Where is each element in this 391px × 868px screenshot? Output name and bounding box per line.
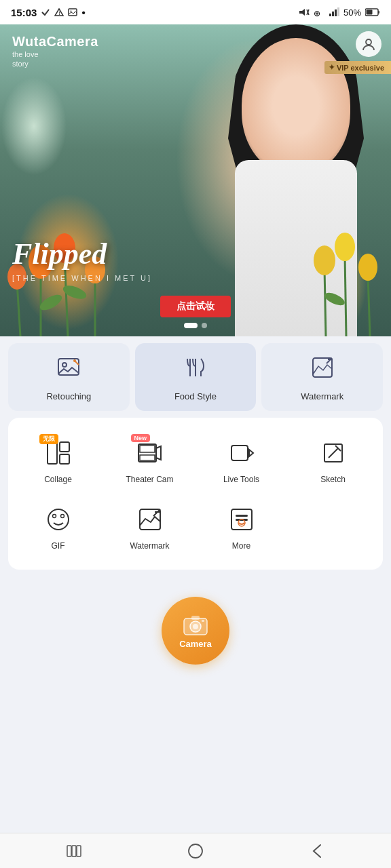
watermark2-label: Watermark — [130, 541, 169, 551]
tool-theater-cam[interactable]: New Theater Cam — [105, 429, 194, 492]
hero-banner[interactable]: WutaCamera the lovestory ✦ VIP exclusive… — [0, 24, 391, 336]
svg-point-54 — [52, 515, 56, 518]
watermark-label: Watermark — [301, 391, 343, 401]
top-features-grid: Retouching Food Style — [8, 343, 383, 411]
svg-line-18 — [17, 282, 20, 336]
sketch-icon — [320, 440, 346, 466]
food-style-label: Food Style — [174, 391, 217, 401]
svg-point-53 — [48, 509, 69, 530]
theater-cam-label: Theater Cam — [126, 475, 173, 484]
gif-icon-wrap — [42, 503, 75, 536]
collage-badge: 无限 — [39, 434, 58, 444]
feature-watermark[interactable]: Watermark — [261, 343, 383, 411]
camera-button-label: Camera — [179, 639, 212, 649]
feature-retouching[interactable]: Retouching — [8, 343, 130, 411]
svg-rect-42 — [60, 442, 69, 452]
svg-rect-46 — [140, 455, 155, 460]
app-logo: WutaCamera the lovestory — [12, 34, 98, 69]
menu-icon — [66, 845, 82, 857]
back-icon — [312, 844, 322, 859]
status-icons: ⊕ 50% — [299, 7, 380, 18]
camera-button-icon — [183, 613, 208, 636]
theater-cam-icon — [137, 440, 163, 466]
svg-rect-41 — [48, 442, 57, 464]
svg-point-30 — [358, 254, 377, 281]
hero-text: Flipped [THE TIME WHEN I MET U] — [12, 237, 152, 282]
live-tools-icon-wrap — [225, 437, 258, 469]
more-icon — [229, 507, 255, 532]
tool-more[interactable]: More — [197, 495, 286, 559]
svg-rect-10 — [335, 9, 337, 16]
retouching-icon — [56, 355, 81, 384]
vip-badge: ✦ VIP exclusive — [324, 61, 391, 74]
warning-icon: ! — [54, 7, 64, 17]
svg-line-25 — [324, 269, 326, 336]
tool-collage[interactable]: 无限 Collage — [14, 429, 103, 492]
signal-icon — [329, 7, 339, 17]
gif-label: GIF — [52, 541, 65, 551]
svg-rect-69 — [77, 846, 81, 856]
svg-rect-68 — [72, 846, 76, 856]
svg-rect-70 — [189, 844, 202, 858]
bottom-nav — [0, 833, 391, 868]
svg-rect-43 — [60, 454, 69, 464]
user-icon — [361, 37, 376, 52]
live-tools-icon — [229, 440, 255, 466]
nav-menu-button[interactable] — [59, 836, 89, 866]
dot-indicator: • — [81, 7, 85, 18]
svg-rect-11 — [337, 7, 339, 16]
svg-point-29 — [335, 233, 355, 261]
svg-point-55 — [60, 515, 64, 518]
tool-gif[interactable]: GIF — [14, 495, 103, 559]
svg-rect-14 — [367, 10, 373, 15]
app-name: WutaCamera — [12, 34, 98, 50]
hero-cta-button[interactable]: 点击试妆 — [160, 296, 231, 317]
svg-rect-45 — [140, 446, 155, 452]
svg-point-3 — [71, 11, 72, 12]
tool-sketch[interactable]: Sketch — [288, 429, 377, 492]
gif-icon — [45, 507, 71, 532]
svg-rect-59 — [236, 515, 248, 517]
dot-1 — [184, 323, 198, 328]
svg-text:⊕: ⊕ — [314, 9, 320, 17]
retouching-label: Retouching — [46, 391, 91, 401]
camera-button[interactable]: Camera — [162, 597, 229, 665]
theater-cam-icon-wrap: New — [134, 437, 166, 469]
time-display: 15:03 — [11, 7, 37, 18]
nav-back-button[interactable] — [302, 836, 332, 866]
battery-icon — [365, 8, 380, 16]
svg-rect-66 — [202, 620, 204, 622]
feature-food-style[interactable]: Food Style — [135, 343, 257, 411]
person-face — [242, 38, 350, 174]
live-tools-label: Live Tools — [223, 475, 259, 484]
svg-line-26 — [345, 255, 346, 336]
check-icon — [41, 7, 50, 17]
svg-rect-44 — [138, 444, 156, 462]
tools-grid: 无限 Collage New — [14, 429, 377, 559]
watermark-icon — [310, 355, 335, 384]
svg-point-36 — [73, 359, 76, 362]
more-icon-wrap — [225, 503, 258, 536]
status-bar: 15:03 ! • ⊕ 50% — [0, 0, 391, 24]
theater-cam-badge: New — [131, 434, 151, 442]
hero-subtitle: [THE TIME WHEN I MET U] — [12, 274, 152, 282]
collage-icon-wrap: 无限 — [42, 437, 75, 469]
svg-point-31 — [323, 290, 347, 308]
wifi-icon: ⊕ — [314, 7, 324, 17]
svg-rect-65 — [191, 616, 200, 620]
nav-home-button[interactable] — [181, 836, 210, 866]
tool-watermark2[interactable]: Watermark — [105, 495, 194, 559]
food-style-icon — [183, 355, 208, 384]
mute-icon — [299, 7, 310, 17]
svg-marker-48 — [249, 450, 253, 456]
user-avatar-button[interactable] — [356, 31, 381, 57]
svg-rect-8 — [329, 14, 331, 16]
hero-title: Flipped — [12, 237, 152, 271]
collage-label: Collage — [44, 475, 72, 484]
svg-point-32 — [366, 39, 371, 45]
main-content: Retouching Food Style — [0, 336, 391, 833]
tool-live-tools[interactable]: Live Tools — [197, 429, 286, 492]
hero-pagination — [184, 323, 207, 328]
camera-section: Camera — [8, 576, 383, 678]
svg-rect-2 — [69, 9, 77, 16]
